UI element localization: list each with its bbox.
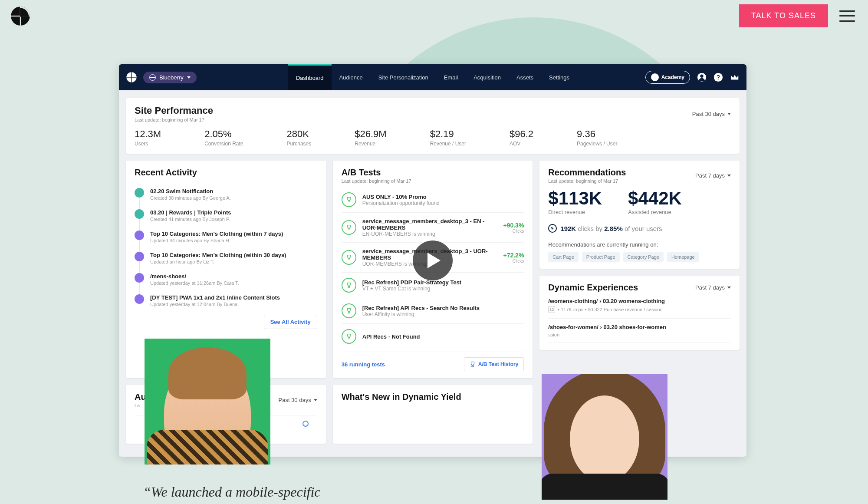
talk-to-sales-button[interactable]: TALK TO SALES xyxy=(739,4,828,27)
trophy-icon xyxy=(342,250,356,265)
user-icon[interactable] xyxy=(697,72,707,82)
metric-label: Revenue / User xyxy=(430,141,466,147)
app-logo xyxy=(126,72,137,83)
metric-value: $2.19 xyxy=(430,128,466,140)
metric-label: Conversion Rate xyxy=(204,141,243,147)
reco-update: Last update: beginning of Mar 17 xyxy=(548,178,626,184)
badge-icon: 12 xyxy=(548,306,555,313)
metric-value: $96.2 xyxy=(510,128,533,140)
ab-test-row[interactable]: [Rec Refresh] API Recs - Search No Resul… xyxy=(342,298,524,324)
play-icon xyxy=(427,253,441,268)
play-button[interactable] xyxy=(413,240,453,280)
trophy-icon xyxy=(342,278,356,293)
assisted-revenue-label: Assisted revenue xyxy=(628,209,682,215)
brand-logo[interactable] xyxy=(10,6,30,26)
assisted-revenue-value: $442K xyxy=(628,188,682,209)
site-performance-title: Site Performance xyxy=(135,105,213,116)
metric-value: 2.05% xyxy=(204,128,243,140)
reco-location-pill[interactable]: Category Page xyxy=(623,252,664,262)
trophy-icon xyxy=(342,192,356,207)
activity-icon xyxy=(135,273,144,283)
reco-range[interactable]: Past 7 days xyxy=(695,172,731,179)
metric-value: 12.3M xyxy=(135,128,161,140)
reco-location-pill[interactable]: Homepage xyxy=(667,252,699,262)
nav-dashboard[interactable]: Dashboard xyxy=(288,64,332,90)
recent-activity-title: Recent Activity xyxy=(135,168,317,178)
cursor-icon xyxy=(548,224,557,233)
metric-label: AOV xyxy=(510,141,533,147)
direct-revenue-label: Direct revenue xyxy=(548,209,602,215)
account-selector[interactable]: Blueberry xyxy=(143,72,197,83)
nav-email[interactable]: Email xyxy=(436,64,466,90)
reco-running-on: Recommendations are currently running on… xyxy=(548,241,731,248)
svg-rect-5 xyxy=(126,77,136,77)
testimonial-avatar-1 xyxy=(145,339,270,464)
metric-label: Purchases xyxy=(287,141,312,147)
chevron-down-icon xyxy=(727,287,731,289)
metric-value: 9.36 xyxy=(577,128,617,140)
ab-test-row[interactable]: AUS ONLY - 10% PromoPersonalization oppo… xyxy=(342,187,524,213)
see-all-activity-button[interactable]: See All Activity xyxy=(264,315,317,329)
activity-item[interactable]: 02.20 Swim NotificationCreated 38 minute… xyxy=(135,184,317,205)
activity-icon xyxy=(135,252,144,261)
help-icon[interactable]: ? xyxy=(713,72,723,82)
chevron-down-icon xyxy=(187,76,191,79)
reco-clicks-line: 192K clicks by 2.85% of your users xyxy=(548,224,731,233)
activity-icon xyxy=(135,294,144,304)
trophy-icon xyxy=(342,303,356,318)
activity-icon xyxy=(135,231,144,240)
ab-test-row[interactable]: API Recs - Not Found xyxy=(342,324,524,349)
chevron-down-icon xyxy=(727,113,731,115)
chevron-down-icon xyxy=(314,399,317,401)
crown-icon[interactable] xyxy=(730,72,740,82)
ab-test-row[interactable]: service_message_members_desktop_3 - EN -… xyxy=(342,213,524,243)
dynexp-range[interactable]: Past 7 days xyxy=(695,284,731,291)
activity-item[interactable]: Top 10 Categories: Men's Clothing (withi… xyxy=(135,247,317,269)
ab-update: Last update: beginning of Mar 17 xyxy=(342,178,524,184)
site-performance-range[interactable]: Past 30 days xyxy=(692,111,731,117)
trophy-icon xyxy=(342,329,356,344)
experience-row[interactable]: /womens-clothing/ › 03.20 womens-clothin… xyxy=(548,293,731,319)
trophy-icon xyxy=(342,220,356,235)
metric-value: $26.9M xyxy=(355,128,386,140)
nav-acquisition[interactable]: Acquisition xyxy=(466,64,509,90)
academy-button[interactable]: Academy xyxy=(645,71,690,84)
metric-label: Pageviews / User xyxy=(577,141,617,147)
aud-range[interactable]: Past 30 days xyxy=(279,397,317,403)
dynamic-experiences-title: Dynamic Experiences xyxy=(548,283,638,293)
ab-tests-title: A/B Tests xyxy=(342,168,524,178)
svg-point-7 xyxy=(700,75,703,78)
whats-new-title: What's New in Dynamic Yield xyxy=(342,392,524,402)
metric-label: Users xyxy=(135,141,161,147)
testimonial-avatar-2 xyxy=(542,374,667,500)
nav-assets[interactable]: Assets xyxy=(509,64,541,90)
activity-item[interactable]: [DY TEST] PWA 1x1 and 2x1 Inline Content… xyxy=(135,290,317,311)
trophy-icon xyxy=(470,361,476,367)
globe-icon xyxy=(149,74,156,81)
experience-row[interactable]: /shoes-for-women/ › 03.20 shoes-for-wome… xyxy=(548,319,731,343)
metric-label: Revenue xyxy=(355,141,386,147)
academy-icon xyxy=(651,73,659,81)
reco-location-pill[interactable]: Cart Page xyxy=(548,252,579,262)
menu-icon[interactable] xyxy=(839,10,855,22)
ab-history-button[interactable]: A/B Test History xyxy=(464,357,524,371)
activity-icon xyxy=(135,188,144,198)
chevron-down-icon xyxy=(727,175,731,177)
activity-item[interactable]: 03.20 | Rewards | Triple PointsCreated 4… xyxy=(135,205,317,226)
site-performance-update: Last update: beginning of Mar 17 xyxy=(135,117,213,122)
nav-settings[interactable]: Settings xyxy=(541,64,577,90)
nav-audience[interactable]: Audience xyxy=(332,64,371,90)
recommendations-title: Recommendations xyxy=(548,168,626,178)
testimonial-quote: “We launched a mobile-specific xyxy=(143,484,321,500)
account-name: Blueberry xyxy=(159,74,184,81)
reco-location-pill[interactable]: Product Page xyxy=(582,252,620,262)
activity-item[interactable]: /mens-shoes/Updated yesterday at 11:26am… xyxy=(135,269,317,290)
activity-item[interactable]: Top 10 Categories: Men's Clothing (withi… xyxy=(135,226,317,247)
metric-value: 280K xyxy=(287,128,312,140)
activity-icon xyxy=(135,209,144,219)
nav-site-personalization[interactable]: Site Personalization xyxy=(371,64,436,90)
direct-revenue-value: $113K xyxy=(548,188,602,209)
target-icon xyxy=(302,421,309,427)
svg-text:?: ? xyxy=(717,74,720,81)
running-tests-count[interactable]: 36 running tests xyxy=(342,361,385,368)
